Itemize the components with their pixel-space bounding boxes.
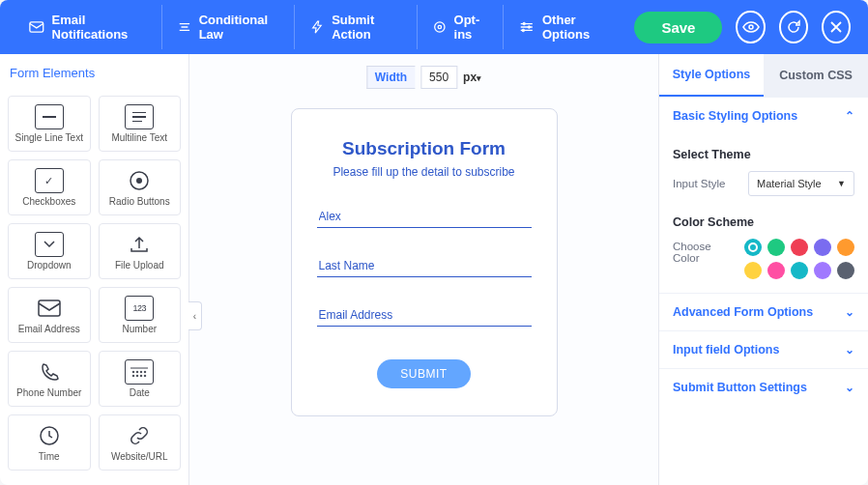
- nav-other-options[interactable]: Other Options: [507, 5, 626, 49]
- element-checkboxes[interactable]: ✓ Checkboxes: [8, 159, 91, 215]
- number-icon: 123: [125, 296, 154, 321]
- input-style-select[interactable]: Material Style ▼: [748, 171, 854, 196]
- dropdown-icon: [35, 232, 64, 257]
- nav-opt-ins[interactable]: Opt-ins: [421, 5, 505, 49]
- choose-color-label: Choose Color: [673, 241, 731, 264]
- element-label: Multiline Text: [111, 133, 167, 143]
- svg-point-15: [136, 375, 138, 377]
- color-swatch[interactable]: [791, 262, 808, 279]
- width-label: Width: [366, 66, 415, 89]
- width-unit-select[interactable]: px▾: [463, 71, 481, 84]
- color-swatch[interactable]: [767, 262, 785, 279]
- element-single-line-text[interactable]: Single Line Text: [8, 96, 91, 152]
- multiline-icon: [125, 104, 154, 129]
- element-phone-number[interactable]: Phone Number: [8, 351, 91, 407]
- color-swatch[interactable]: [814, 239, 831, 256]
- accordion-label: Advanced Form Options: [673, 305, 813, 319]
- element-label: Website/URL: [111, 452, 168, 462]
- color-swatch[interactable]: [814, 262, 831, 279]
- element-number[interactable]: 123 Number: [99, 287, 182, 343]
- collapse-left-handle[interactable]: ‹: [188, 301, 202, 330]
- form-subtitle: Please fill up the detail to subscribe: [317, 165, 532, 179]
- nav-label: Email Notifications: [52, 13, 150, 42]
- link-icon: [125, 423, 154, 448]
- element-label: Checkboxes: [22, 197, 75, 207]
- preview-button[interactable]: [736, 11, 765, 43]
- svg-point-3: [523, 22, 526, 25]
- svg-point-4: [529, 26, 532, 29]
- element-label: Dropdown: [27, 261, 72, 271]
- conditional-icon: [178, 19, 191, 35]
- element-date[interactable]: Date: [99, 351, 182, 407]
- svg-point-12: [140, 371, 142, 373]
- color-swatch[interactable]: [744, 239, 762, 256]
- accordion-advanced-form[interactable]: Advanced Form Options ⌄: [659, 293, 868, 330]
- color-scheme-label: Color Scheme: [673, 215, 854, 229]
- checkbox-icon: ✓: [35, 168, 64, 193]
- sliders-icon: [519, 20, 535, 34]
- target-icon: [433, 19, 447, 35]
- element-dropdown[interactable]: Dropdown: [8, 223, 91, 279]
- element-multiline-text[interactable]: Multiline Text: [99, 96, 182, 152]
- accordion-input-field[interactable]: Input field Options ⌄: [659, 330, 868, 368]
- accordion-label: Submit Button Settings: [673, 381, 807, 394]
- svg-point-8: [136, 178, 142, 184]
- element-label: File Upload: [115, 261, 164, 271]
- upload-icon: [125, 232, 154, 257]
- tab-style-options[interactable]: Style Options: [659, 54, 764, 97]
- nav-label: Conditional Law: [199, 13, 283, 42]
- single-line-icon: [35, 104, 64, 129]
- mail-icon: [29, 20, 44, 34]
- nav-label: Other Options: [542, 13, 615, 42]
- color-swatch[interactable]: [767, 239, 785, 256]
- color-swatch[interactable]: [837, 262, 854, 279]
- color-swatch[interactable]: [791, 239, 808, 256]
- color-swatch[interactable]: [837, 239, 854, 256]
- basic-styling-body: Select Theme Input Style Material Style …: [659, 134, 868, 293]
- refresh-icon: [786, 19, 801, 35]
- topbar: Email Notifications Conditional Law Subm…: [0, 0, 868, 54]
- select-value: Material Style: [757, 178, 822, 189]
- element-label: Radio Buttons: [109, 197, 170, 207]
- element-label: Time: [39, 452, 60, 462]
- last-name-input[interactable]: [317, 255, 532, 277]
- nav-label: Submit Action: [332, 13, 405, 42]
- element-label: Date: [130, 388, 150, 398]
- accordion-submit-button[interactable]: Submit Button Settings ⌄: [659, 368, 868, 406]
- save-button[interactable]: Save: [634, 12, 722, 43]
- calendar-icon: [125, 359, 154, 385]
- close-button[interactable]: [822, 11, 851, 43]
- element-website-url[interactable]: Website/URL: [99, 414, 182, 471]
- width-control: Width 550 px▾: [366, 66, 481, 89]
- right-tabs: Style Options Custom CSS: [659, 54, 868, 97]
- form-elements-list: Single Line Text Multiline Text ✓ Checkb…: [0, 90, 188, 476]
- right-sidebar: Style Options Custom CSS Basic Styling O…: [659, 54, 868, 485]
- element-time[interactable]: Time: [8, 414, 91, 471]
- form-elements-title: Form Elements: [0, 54, 188, 90]
- first-name-input[interactable]: [317, 206, 532, 228]
- nav-conditional-law[interactable]: Conditional Law: [166, 5, 296, 49]
- width-value[interactable]: 550: [420, 66, 457, 89]
- chevron-down-icon: ▼: [837, 179, 846, 188]
- nav-email-notifications[interactable]: Email Notifications: [17, 5, 162, 49]
- form-preview[interactable]: Subscription Form Please fill up the det…: [291, 108, 558, 416]
- svg-point-2: [438, 25, 441, 28]
- email-input[interactable]: [317, 304, 532, 327]
- color-swatch[interactable]: [744, 262, 762, 279]
- tab-custom-css[interactable]: Custom CSS: [764, 54, 868, 97]
- element-label: Phone Number: [16, 388, 81, 398]
- select-theme-label: Select Theme: [673, 148, 854, 161]
- element-file-upload[interactable]: File Upload: [99, 223, 182, 279]
- element-email-address[interactable]: Email Address: [8, 287, 91, 343]
- email-icon: [35, 296, 64, 321]
- form-submit-button[interactable]: SUBMIT: [377, 359, 470, 388]
- clock-icon: [35, 423, 64, 448]
- accordion-basic-styling[interactable]: Basic Styling Options ⌃: [659, 97, 868, 134]
- nav-submit-action[interactable]: Submit Action: [299, 5, 417, 49]
- svg-rect-0: [30, 22, 43, 32]
- style-panel: Basic Styling Options ⌃ Select Theme Inp…: [659, 97, 868, 485]
- input-style-label: Input Style: [673, 178, 725, 189]
- element-radio-buttons[interactable]: Radio Buttons: [99, 159, 182, 215]
- svg-point-5: [522, 29, 525, 32]
- refresh-button[interactable]: [779, 11, 808, 43]
